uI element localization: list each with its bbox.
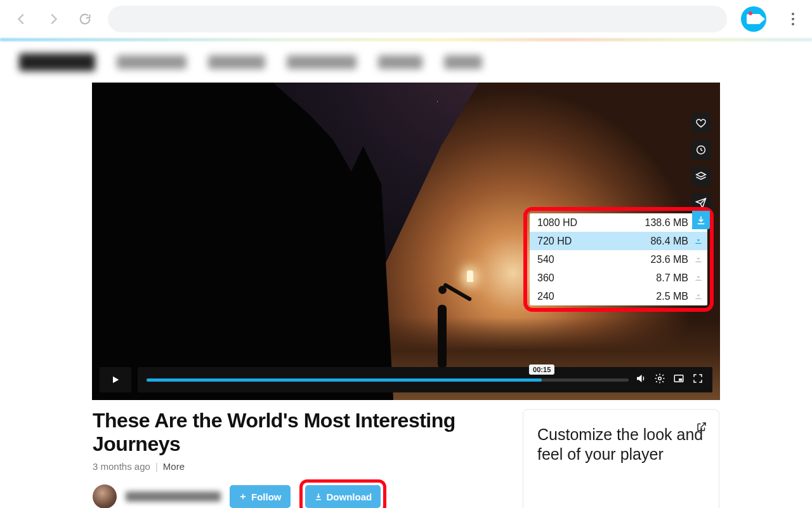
play-button[interactable] <box>100 367 131 392</box>
download-quality-menu: 1080 HD138.6 MB720 HD86.4 MB54023.6 MB36… <box>530 213 707 305</box>
video-subline: 3 months ago|More <box>93 461 508 472</box>
size-label: 8.7 MB <box>656 272 688 284</box>
download-arrow-icon <box>693 290 704 303</box>
reload-button[interactable] <box>76 10 94 28</box>
external-link-icon <box>696 421 707 435</box>
promo-card[interactable]: Customize the look and feel of your play… <box>523 409 719 508</box>
back-button[interactable] <box>13 10 30 28</box>
quality-label: 360 <box>537 272 656 284</box>
svg-rect-5 <box>695 279 701 280</box>
like-button[interactable] <box>691 113 711 133</box>
download-arrow-icon <box>693 253 704 266</box>
svg-rect-10 <box>679 378 682 381</box>
size-label: 138.6 MB <box>645 217 688 229</box>
browser-toolbar <box>0 0 812 38</box>
forward-button[interactable] <box>44 10 62 28</box>
collections-button[interactable] <box>691 166 711 187</box>
video-title: These Are the World's Most Interesting J… <box>93 409 508 456</box>
pip-button[interactable] <box>673 373 684 387</box>
quality-label: 720 HD <box>537 236 650 247</box>
quality-label: 540 <box>537 254 650 265</box>
nav-item[interactable] <box>117 55 187 69</box>
download-button[interactable]: Download <box>305 485 381 508</box>
download-option[interactable]: 3608.7 MB <box>530 269 707 287</box>
volume-button[interactable] <box>635 373 646 387</box>
download-menu-toggle[interactable] <box>692 211 710 229</box>
player-controls: 00:15 <box>100 367 712 392</box>
download-option[interactable]: 1080 HD138.6 MB <box>530 213 707 232</box>
follow-button[interactable]: Follow <box>230 485 291 508</box>
quality-label: 1080 HD <box>537 217 645 229</box>
svg-marker-1 <box>697 172 706 177</box>
svg-rect-6 <box>695 298 701 298</box>
nav-item[interactable] <box>287 55 357 69</box>
size-label: 2.5 MB <box>656 291 688 302</box>
watch-later-button[interactable] <box>691 140 711 160</box>
size-label: 23.6 MB <box>650 254 688 265</box>
fullscreen-button[interactable] <box>692 373 704 387</box>
download-menu-highlight: 1080 HD138.6 MB720 HD86.4 MB54023.6 MB36… <box>523 207 714 312</box>
promo-text: Customize the look and feel of your play… <box>537 425 705 465</box>
download-label: Download <box>327 491 372 502</box>
posted-time: 3 months ago <box>93 461 150 472</box>
video-player[interactable]: 1080 HD138.6 MB720 HD86.4 MB54023.6 MB36… <box>92 83 720 400</box>
extension-record-icon[interactable] <box>741 6 766 32</box>
follow-label: Follow <box>251 491 282 502</box>
settings-button[interactable] <box>654 373 665 387</box>
svg-point-8 <box>658 377 662 380</box>
more-link[interactable]: More <box>163 461 185 472</box>
site-nav <box>0 41 812 83</box>
download-arrow-icon <box>693 235 704 248</box>
nav-item[interactable] <box>208 55 265 69</box>
author-avatar[interactable] <box>93 485 117 508</box>
address-bar[interactable] <box>108 6 727 32</box>
progress-bar[interactable]: 00:15 <box>138 367 712 392</box>
download-button-highlight: Download <box>299 479 387 508</box>
svg-rect-4 <box>695 261 701 262</box>
nav-item[interactable] <box>444 55 482 69</box>
site-logo[interactable] <box>19 53 95 71</box>
download-option[interactable]: 2402.5 MB <box>530 287 707 305</box>
author-name[interactable] <box>126 491 221 502</box>
size-label: 86.4 MB <box>650 236 688 247</box>
nav-item[interactable] <box>378 55 422 69</box>
browser-menu-button[interactable] <box>787 13 799 25</box>
download-option[interactable]: 54023.6 MB <box>530 250 707 269</box>
download-option[interactable]: 720 HD86.4 MB <box>530 232 707 250</box>
download-arrow-icon <box>693 272 704 284</box>
video-action-rail <box>691 113 711 213</box>
time-tooltip: 00:15 <box>529 364 554 375</box>
svg-marker-7 <box>113 377 119 384</box>
quality-label: 240 <box>537 291 656 302</box>
svg-rect-3 <box>695 243 701 243</box>
